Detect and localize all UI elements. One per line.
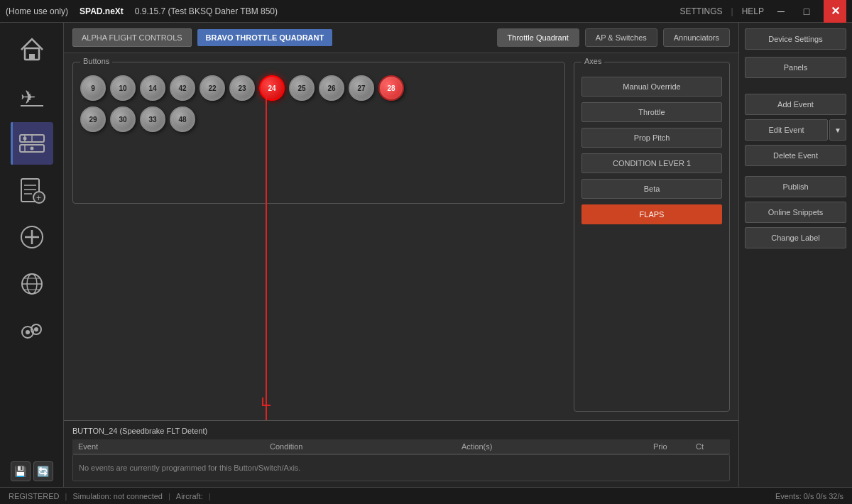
events-table-header: Event Condition Action(s) Prio Ct: [72, 439, 730, 454]
titlebar-right: SETTINGS | HELP ─ □ ✕: [680, 0, 847, 23]
buttons-wrapper: Buttons 9 10 14 42 22 23 24 25 26 27 28: [72, 62, 565, 412]
button-14[interactable]: 14: [140, 75, 165, 101]
online-snippets-button[interactable]: Online Snippets: [745, 202, 846, 223]
sidebar-item-add[interactable]: [11, 216, 53, 258]
svg-rect-1: [29, 54, 35, 60]
publish-button[interactable]: Publish: [745, 176, 846, 197]
events-area: No events are currently programmed for t…: [72, 454, 730, 481]
button-30[interactable]: 30: [110, 106, 136, 132]
svg-point-28: [34, 327, 38, 332]
events-empty-message: No events are currently programmed for t…: [73, 455, 729, 481]
button-28[interactable]: 28: [378, 75, 404, 101]
edit-event-dropdown-button[interactable]: ▼: [829, 119, 846, 141]
close-button[interactable]: ✕: [824, 0, 846, 23]
sidebar-item-network[interactable]: [11, 263, 53, 305]
aircraft-label: Aircraft:: [176, 492, 203, 500]
axis-beta[interactable]: Beta: [581, 179, 722, 199]
buttons-row-1: 9 10 14 42 22 23 24 25 26 27 28: [80, 75, 557, 101]
content-area: ALPHA FLIGHT CONTROLS BRAVO THROTTLE QUA…: [64, 23, 738, 487]
sidebar-item-checklist[interactable]: +: [11, 169, 53, 212]
sidebar: ✈ +: [0, 23, 64, 487]
help-link[interactable]: HELP: [742, 6, 764, 16]
buttons-section-label: Buttons: [80, 57, 112, 65]
axis-throttle[interactable]: Throttle: [581, 102, 722, 122]
button-25[interactable]: 25: [289, 75, 315, 101]
button-10[interactable]: 10: [110, 75, 136, 101]
red-connector-arrow: [262, 398, 271, 406]
app-name: SPAD.neXt: [80, 6, 124, 16]
axis-flaps[interactable]: FLAPS: [581, 204, 722, 224]
statusbar-left: REGISTERED | Simulation: not connected |…: [9, 492, 211, 500]
col-actions: Action(s): [462, 442, 653, 451]
svg-text:+: +: [36, 193, 41, 203]
button-22[interactable]: 22: [200, 75, 225, 101]
tab-annunciators[interactable]: Annunciators: [663, 28, 730, 47]
alpha-flight-controls-button[interactable]: ALPHA FLIGHT CONTROLS: [72, 28, 192, 47]
settings-link[interactable]: SETTINGS: [680, 6, 723, 16]
edit-event-row: Edit Event ▼: [745, 119, 846, 141]
col-condition: Condition: [270, 442, 462, 451]
svg-text:✈: ✈: [21, 87, 36, 108]
axes-section-label: Axes: [581, 57, 604, 65]
home-use-label: (Home use only): [6, 6, 68, 16]
col-event: Event: [78, 442, 270, 451]
save-button[interactable]: 💾: [11, 461, 31, 481]
sidebar-item-settings[interactable]: [11, 309, 53, 352]
buttons-row-2: 29 30 33 48: [80, 106, 557, 132]
sidebar-bottom: 💾 🔄: [11, 461, 53, 481]
add-event-button[interactable]: Add Event: [745, 94, 846, 115]
col-prio: Prio: [653, 442, 696, 451]
titlebar-left: (Home use only) SPAD.neXt 0.9.15.7 (Test…: [6, 6, 278, 16]
button-24[interactable]: 24: [259, 75, 285, 101]
button-33[interactable]: 33: [140, 106, 165, 132]
edit-event-button[interactable]: Edit Event: [745, 119, 828, 141]
device-settings-button[interactable]: Device Settings: [745, 28, 846, 50]
main-area: ✈ +: [0, 23, 852, 487]
minimize-button[interactable]: ─: [772, 3, 790, 20]
sidebar-mini-buttons: 💾 🔄: [11, 461, 53, 481]
button-23[interactable]: 23: [229, 75, 255, 101]
button-48[interactable]: 48: [170, 106, 195, 132]
button-27[interactable]: 27: [349, 75, 374, 101]
sidebar-item-flight[interactable]: ✈: [11, 75, 53, 118]
app-version: 0.9.15.7 (Test BKSQ Daher TBM 850): [135, 6, 278, 16]
axes-section: Axes Manual Override Throttle Prop Pitch…: [574, 62, 730, 412]
device-panel: Buttons 9 10 14 42 22 23 24 25 26 27 28: [64, 53, 738, 420]
svg-point-26: [26, 330, 30, 334]
svg-point-9: [23, 137, 26, 141]
tab-throttle-quadrant[interactable]: Throttle Quadrant: [497, 28, 579, 47]
bravo-throttle-quadrant-button[interactable]: BRAVO THROTTLE QUADRANT: [197, 29, 333, 46]
restore-button[interactable]: □: [798, 3, 815, 20]
buttons-section: Buttons 9 10 14 42 22 23 24 25 26 27 28: [72, 62, 565, 204]
button-29[interactable]: 29: [80, 106, 106, 132]
right-panel: Device Settings Panels Add Event Edit Ev…: [738, 23, 852, 487]
red-connector-line: [266, 94, 267, 420]
refresh-button[interactable]: 🔄: [33, 461, 53, 481]
top-controls: ALPHA FLIGHT CONTROLS BRAVO THROTTLE QUA…: [64, 23, 738, 53]
events-counter: Events: 0/s 0/s 32/s: [775, 492, 843, 500]
sidebar-item-home[interactable]: [11, 28, 53, 71]
axis-manual-override[interactable]: Manual Override: [581, 77, 722, 97]
axis-condition-lever[interactable]: CONDITION LEVER 1: [581, 153, 722, 173]
titlebar: (Home use only) SPAD.neXt 0.9.15.7 (Test…: [0, 0, 852, 23]
sidebar-item-controls[interactable]: [11, 122, 53, 165]
svg-point-10: [30, 147, 33, 150]
simulation-label: Simulation: not connected: [72, 492, 163, 500]
panels-button[interactable]: Panels: [745, 57, 846, 78]
button-9[interactable]: 9: [80, 75, 106, 101]
axis-prop-pitch[interactable]: Prop Pitch: [581, 128, 722, 148]
button-42[interactable]: 42: [170, 75, 195, 101]
delete-event-button[interactable]: Delete Event: [745, 145, 846, 166]
tab-ap-switches[interactable]: AP & Switches: [585, 28, 657, 47]
selected-button-label: BUTTON_24 (Speedbrake FLT Detent): [72, 427, 730, 435]
statusbar: REGISTERED | Simulation: not connected |…: [0, 487, 852, 504]
col-ct: Ct: [696, 442, 724, 451]
bottom-events-panel: BUTTON_24 (Speedbrake FLT Detent) Event …: [64, 420, 738, 487]
registered-label: REGISTERED: [9, 492, 60, 500]
button-26[interactable]: 26: [319, 75, 344, 101]
change-label-button[interactable]: Change Label: [745, 227, 846, 248]
